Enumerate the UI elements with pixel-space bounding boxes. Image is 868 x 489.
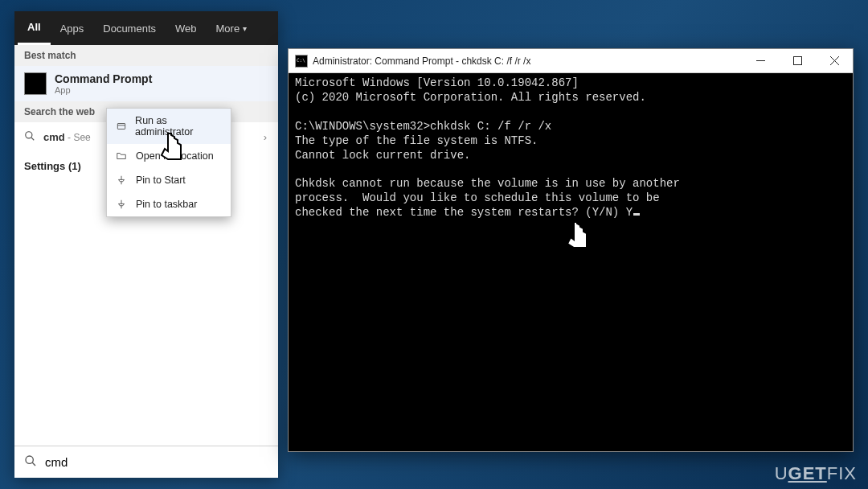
ctx-pin-taskbar[interactable]: Pin to taskbar [107, 192, 231, 216]
terminal-line: Cannot lock current drive. [295, 149, 470, 162]
titlebar[interactable]: Administrator: Command Prompt - chkdsk C… [289, 49, 853, 73]
start-search-panel: All Apps Documents Web More ▾ Best match… [14, 11, 278, 478]
svg-rect-6 [793, 57, 801, 65]
text-cursor [633, 213, 640, 216]
window-title: Administrator: Command Prompt - chkdsk C… [313, 55, 742, 67]
search-icon [24, 130, 35, 144]
ctx-label: Pin to Start [136, 175, 186, 186]
section-best-match: Best match [14, 45, 278, 66]
chevron-down-icon: ▾ [243, 24, 247, 33]
chevron-right-icon: › [264, 131, 267, 143]
minimize-button[interactable] [742, 49, 779, 73]
terminal-line: The type of the file system is NTFS. [295, 134, 538, 147]
terminal-output[interactable]: Microsoft Windows [Version 10.0.19042.86… [289, 73, 853, 451]
ctx-run-as-admin[interactable]: Run as administrator [107, 109, 231, 144]
tab-documents[interactable]: Documents [93, 11, 166, 45]
web-result-query: cmd [43, 131, 65, 143]
watermark: UGETFIX [775, 463, 857, 484]
terminal-line: (c) 2020 Microsoft Corporation. All righ… [295, 91, 646, 104]
ctx-label: Run as administrator [135, 115, 223, 138]
svg-line-3 [32, 462, 35, 466]
svg-rect-4 [117, 124, 125, 129]
ctx-open-location[interactable]: Open file location [107, 144, 231, 168]
folder-icon [115, 150, 128, 162]
svg-line-1 [31, 138, 34, 140]
terminal-line: C:\WINDOWS\system32>chkdsk C: /f /r /x [295, 120, 551, 133]
command-prompt-icon [24, 72, 47, 95]
cmd-icon [295, 55, 308, 68]
web-result-see: - See [65, 132, 91, 143]
shield-icon [115, 121, 127, 132]
command-prompt-window: Administrator: Command Prompt - chkdsk C… [288, 48, 854, 452]
terminal-line: Microsoft Windows [Version 10.0.19042.86… [295, 76, 579, 89]
pin-icon [115, 175, 128, 186]
context-menu: Run as administrator Open file location … [106, 108, 231, 217]
search-box[interactable] [14, 446, 278, 478]
ctx-pin-start[interactable]: Pin to Start [107, 168, 231, 192]
tab-apps[interactable]: Apps [51, 11, 94, 45]
tab-web[interactable]: Web [166, 11, 207, 45]
terminal-line: process. Would you like to schedule this… [295, 191, 660, 204]
search-tabs: All Apps Documents Web More ▾ [14, 11, 278, 45]
search-input[interactable] [45, 455, 268, 469]
tab-more-label: More [216, 23, 240, 35]
close-button[interactable] [816, 49, 853, 73]
ctx-label: Pin to taskbar [136, 199, 197, 210]
best-match-title: Command Prompt [55, 72, 152, 85]
ctx-label: Open file location [136, 150, 214, 162]
svg-point-2 [26, 456, 33, 463]
terminal-line: checked the next time the system restart… [295, 206, 633, 219]
best-match-command-prompt[interactable]: Command Prompt App [14, 66, 278, 101]
tab-more[interactable]: More ▾ [207, 11, 257, 45]
terminal-line: Chkdsk cannot run because the volume is … [295, 177, 680, 190]
search-icon [24, 454, 37, 470]
maximize-button[interactable] [779, 49, 816, 73]
best-match-subtitle: App [55, 85, 152, 95]
svg-point-0 [26, 132, 32, 138]
tab-all[interactable]: All [18, 11, 51, 45]
pin-icon [115, 199, 128, 210]
